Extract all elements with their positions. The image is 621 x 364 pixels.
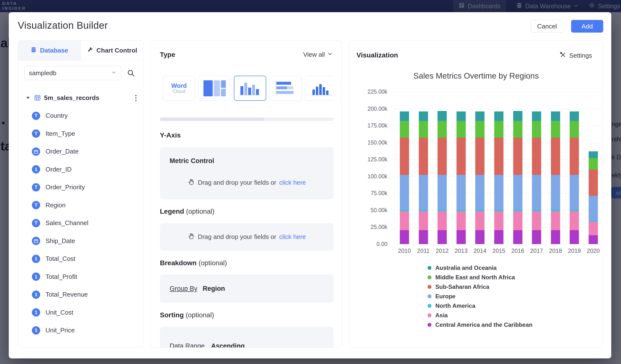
bar-segment-north-america[interactable]	[570, 209, 579, 211]
bar-segment-central-america-and-the-caribbean[interactable]	[456, 230, 466, 244]
bar-segment-australia-and-oceania[interactable]	[437, 111, 447, 121]
breakdown-dropzone[interactable]: Group By Region	[160, 275, 334, 303]
bar-segment-middle-east-and-north-africa[interactable]	[400, 121, 409, 138]
bar-segment-middle-east-and-north-africa[interactable]	[475, 121, 484, 138]
bar-segment-north-america[interactable]	[456, 209, 466, 211]
bar-segment-europe[interactable]	[400, 175, 409, 209]
bar-segment-asia[interactable]	[532, 211, 541, 230]
table-tree-item[interactable]: 5m_sales_records	[25, 90, 138, 105]
field-row[interactable]: TSales_Channel	[18, 214, 143, 232]
bar-segment-middle-east-and-north-africa[interactable]	[532, 121, 541, 138]
bar-segment-australia-and-oceania[interactable]	[532, 111, 541, 121]
sorting-dropzone[interactable]: Data Range Ascending	[160, 327, 334, 348]
scrollbar-thumb[interactable]	[160, 118, 264, 121]
chart-type-scrollbar[interactable]	[160, 118, 334, 121]
bar-segment-australia-and-oceania[interactable]	[551, 111, 560, 121]
tab-chart-control[interactable]: Chart Control	[81, 41, 143, 60]
bar-segment-europe[interactable]	[513, 175, 522, 209]
chart-type-treemap[interactable]	[198, 76, 231, 101]
bar-segment-middle-east-and-north-africa[interactable]	[456, 121, 466, 138]
click-here-link[interactable]: click here	[279, 179, 306, 186]
bar-segment-middle-east-and-north-africa[interactable]	[437, 121, 447, 138]
field-row[interactable]: TCountry	[18, 107, 143, 125]
add-button[interactable]: Add	[571, 20, 603, 33]
bar-segment-central-america-and-the-caribbean[interactable]	[437, 230, 447, 244]
bar-segment-asia[interactable]	[589, 222, 598, 235]
field-row[interactable]: 1Total_Revenue	[18, 286, 143, 304]
bar-segment-europe[interactable]	[475, 175, 484, 209]
bar-segment-north-america[interactable]	[419, 209, 428, 211]
bar-segment-europe[interactable]	[437, 175, 447, 209]
bar-segment-asia[interactable]	[456, 211, 466, 230]
bar-segment-north-america[interactable]	[437, 209, 447, 211]
bar-segment-middle-east-and-north-africa[interactable]	[570, 121, 579, 138]
view-all-button[interactable]: View all	[303, 51, 333, 58]
bar-segment-asia[interactable]	[419, 211, 428, 230]
datasource-select[interactable]: sampledb	[24, 66, 121, 80]
bar-segment-australia-and-oceania[interactable]	[475, 111, 484, 121]
legend-item[interactable]: Central America and the Caribbean	[428, 322, 533, 328]
bar-segment-europe[interactable]	[456, 175, 466, 209]
legend-item[interactable]: North America	[428, 303, 533, 309]
kebab-menu-icon[interactable]	[134, 93, 138, 103]
bar-segment-north-america[interactable]	[551, 209, 560, 211]
bar-segment-australia-and-oceania[interactable]	[400, 111, 409, 121]
bar-segment-central-america-and-the-caribbean[interactable]	[589, 235, 598, 244]
field-row[interactable]: 1Unit_Price	[18, 321, 143, 339]
cancel-button[interactable]: Cancel	[531, 20, 563, 33]
chart-type-histogram[interactable]	[305, 76, 334, 101]
bar-segment-sub-saharan-africa[interactable]	[437, 138, 447, 175]
bar-segment-sub-saharan-africa[interactable]	[475, 138, 484, 175]
bar-segment-north-america[interactable]	[475, 209, 484, 211]
bar-segment-north-america[interactable]	[589, 220, 598, 222]
bar-segment-middle-east-and-north-africa[interactable]	[494, 121, 503, 138]
chart-type-column-selected[interactable]	[234, 76, 266, 101]
sort-label[interactable]: Data Range	[170, 342, 205, 348]
legend-dropzone[interactable]: Drag and drop your fields or click here	[160, 223, 334, 251]
field-row[interactable]: Order_Date	[18, 143, 143, 161]
chart-type-word-cloud[interactable]: Word Cloud	[163, 76, 195, 101]
field-row[interactable]: TItem_Type	[18, 125, 143, 143]
bar-segment-europe[interactable]	[494, 175, 503, 209]
bar-segment-central-america-and-the-caribbean[interactable]	[551, 230, 560, 244]
bar-segment-north-america[interactable]	[400, 209, 409, 211]
bar-segment-australia-and-oceania[interactable]	[589, 151, 598, 158]
field-row[interactable]: Ship_Date	[18, 232, 143, 250]
bar-segment-middle-east-and-north-africa[interactable]	[551, 121, 560, 138]
bar-segment-australia-and-oceania[interactable]	[494, 111, 503, 121]
bar-segment-sub-saharan-africa[interactable]	[400, 138, 409, 175]
bar-segment-sub-saharan-africa[interactable]	[589, 170, 598, 196]
bar-segment-sub-saharan-africa[interactable]	[551, 138, 560, 175]
tab-database[interactable]: Database	[18, 41, 81, 60]
bar-segment-sub-saharan-africa[interactable]	[513, 138, 522, 175]
field-row[interactable]: TOrder_Priority	[18, 178, 143, 196]
bar-segment-sub-saharan-africa[interactable]	[532, 138, 541, 175]
bar-segment-europe[interactable]	[570, 175, 579, 209]
bar-segment-europe[interactable]	[419, 175, 428, 209]
bar-segment-asia[interactable]	[400, 211, 409, 230]
bar-segment-central-america-and-the-caribbean[interactable]	[532, 230, 541, 244]
bar-segment-central-america-and-the-caribbean[interactable]	[400, 230, 409, 244]
bar-segment-central-america-and-the-caribbean[interactable]	[570, 230, 579, 244]
bar-segment-asia[interactable]	[475, 211, 484, 230]
bar-segment-asia[interactable]	[437, 211, 447, 230]
bar-segment-australia-and-oceania[interactable]	[419, 111, 428, 121]
legend-item[interactable]: Middle East and North Africa	[428, 275, 533, 280]
bar-segment-asia[interactable]	[570, 211, 579, 230]
bar-segment-asia[interactable]	[513, 211, 522, 230]
bar-segment-asia[interactable]	[551, 211, 560, 230]
bar-segment-europe[interactable]	[589, 196, 598, 220]
field-row[interactable]: 1Unit_Cost	[18, 304, 143, 322]
search-icon[interactable]	[127, 69, 136, 78]
bar-segment-sub-saharan-africa[interactable]	[419, 138, 428, 175]
metric-control-dropzone[interactable]: Metric Control Drag and drop your fields…	[160, 147, 334, 199]
settings-button[interactable]: Settings	[559, 51, 592, 60]
bar-segment-australia-and-oceania[interactable]	[456, 111, 466, 121]
bar-segment-europe[interactable]	[551, 175, 560, 209]
field-row[interactable]: TRegion	[18, 196, 143, 214]
chart-type-stacked-bar[interactable]	[269, 76, 302, 101]
field-row[interactable]: 1Total_Cost	[18, 250, 143, 268]
legend-item[interactable]: Sub-Saharan Africa	[428, 284, 533, 290]
bar-segment-north-america[interactable]	[494, 209, 503, 211]
bar-segment-central-america-and-the-caribbean[interactable]	[475, 230, 484, 244]
